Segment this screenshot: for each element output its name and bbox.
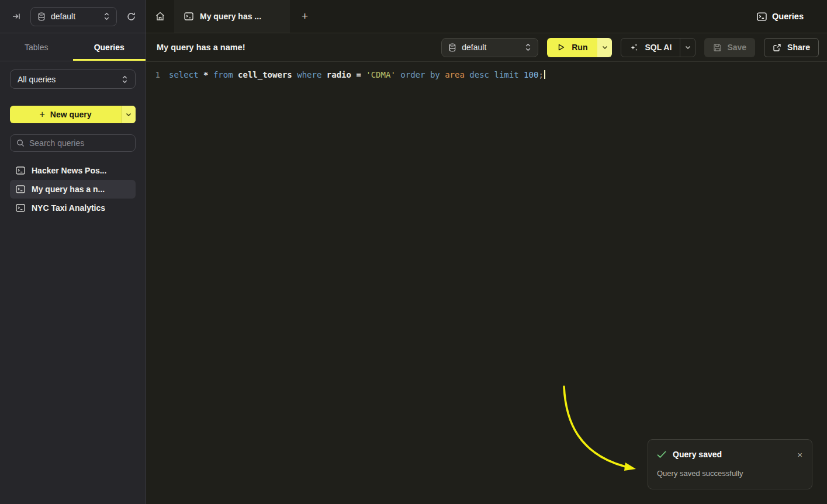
query-list-item[interactable]: NYC Taxi Analytics — [10, 199, 136, 217]
query-filter-value: All queries — [18, 75, 56, 84]
sidebar-tabs: Tables Queries — [0, 33, 146, 61]
search-queries-input[interactable] — [29, 138, 129, 148]
database-selector[interactable]: default — [30, 7, 117, 26]
chevron-updown-icon — [122, 75, 128, 84]
toast-message: Query saved successfully — [657, 469, 804, 478]
code-line: select * from cell_towers where radio = … — [160, 68, 545, 81]
save-button[interactable]: Save — [704, 38, 755, 57]
tab-bar: My query has ... + Queries — [146, 0, 827, 33]
header-actions: default — [441, 38, 819, 57]
tab-label: My query has ... — [200, 12, 261, 21]
sparkles-icon — [629, 43, 639, 52]
query-icon — [16, 185, 25, 193]
database-icon — [448, 43, 456, 52]
app-window: default — [0, 0, 827, 504]
share-button[interactable]: Share — [764, 38, 819, 57]
query-header: My query has a name! default — [146, 33, 827, 62]
database-icon — [37, 12, 46, 21]
new-query-dropdown-button[interactable] — [121, 106, 136, 123]
chevron-down-icon — [126, 113, 132, 117]
line-number: 1 — [146, 68, 160, 81]
run-label: Run — [572, 43, 587, 52]
main-panel: My query has a name! default — [146, 33, 827, 504]
new-query-label: New query — [50, 110, 92, 119]
home-icon — [155, 11, 165, 22]
toast-title: Query saved — [673, 450, 790, 459]
query-title: My query has a name! — [157, 43, 245, 52]
database-selector-value: default — [51, 12, 98, 21]
query-icon — [16, 166, 25, 175]
run-dropdown-button[interactable] — [597, 38, 612, 57]
chevron-updown-icon — [525, 43, 531, 51]
code-tokens: select * from cell_towers where radio = … — [169, 70, 544, 79]
new-query-split-button: + New query — [10, 106, 136, 123]
query-list-item[interactable]: Hacker News Pos... — [10, 161, 136, 180]
sql-ai-dropdown-button[interactable] — [680, 39, 695, 57]
text-cursor — [544, 70, 545, 79]
run-button[interactable]: Run — [547, 38, 597, 57]
sidebar: Tables Queries All queries + New query — [0, 33, 146, 504]
query-filter-select[interactable]: All queries — [10, 69, 136, 89]
query-icon — [16, 204, 25, 212]
sql-ai-label: SQL AI — [645, 43, 672, 52]
new-query-button[interactable]: + New query — [10, 106, 121, 123]
sidebar-tab-queries[interactable]: Queries — [73, 33, 146, 61]
close-icon: × — [797, 450, 802, 460]
new-tab-button[interactable]: + — [290, 0, 320, 33]
play-icon — [557, 43, 565, 51]
queries-indicator[interactable]: Queries — [757, 0, 827, 33]
search-queries-box — [10, 134, 136, 152]
query-item-label: NYC Taxi Analytics — [32, 203, 105, 213]
plus-icon: + — [39, 109, 44, 120]
sql-ai-split-button: SQL AI — [621, 38, 695, 57]
sql-ai-button[interactable]: SQL AI — [621, 39, 680, 57]
run-split-button: Run — [547, 38, 612, 57]
database-selector-main[interactable]: default — [441, 38, 538, 57]
collapse-sidebar-button[interactable] — [9, 9, 23, 23]
query-list-item-selected[interactable]: My query has a n... — [10, 180, 136, 199]
toast-header: Query saved × — [657, 450, 804, 459]
top-bar-left: default — [0, 0, 146, 33]
top-bar: default — [0, 0, 827, 33]
query-item-label: My query has a n... — [32, 185, 105, 194]
refresh-button[interactable] — [124, 9, 139, 24]
sidebar-content: All queries + New query — [0, 61, 146, 225]
home-button[interactable] — [146, 0, 174, 33]
save-icon — [713, 43, 722, 52]
toast-close-button[interactable]: × — [796, 450, 804, 459]
sidebar-tab-tables[interactable]: Tables — [0, 33, 73, 61]
query-item-label: Hacker News Pos... — [32, 166, 106, 175]
chevron-down-icon — [602, 46, 608, 50]
query-tab-icon — [184, 12, 193, 20]
collapse-sidebar-icon — [12, 12, 21, 21]
database-selector-main-value: default — [462, 43, 520, 52]
chevron-down-icon — [685, 46, 691, 50]
refresh-icon — [126, 12, 136, 22]
queries-icon — [757, 12, 767, 21]
sql-editor[interactable]: 1 select * from cell_towers where radio … — [146, 62, 827, 504]
search-icon — [16, 139, 25, 147]
toast-query-saved: Query saved × Query saved successfully — [648, 439, 812, 489]
query-list: Hacker News Pos... My query has a n... — [10, 161, 136, 217]
share-icon — [773, 43, 781, 52]
tab-my-query[interactable]: My query has ... — [174, 0, 290, 33]
share-label: Share — [787, 43, 810, 52]
code-row: 1 select * from cell_towers where radio … — [146, 68, 827, 81]
check-icon — [657, 451, 666, 458]
save-label: Save — [727, 43, 746, 52]
chevron-updown-icon — [103, 12, 110, 20]
queries-indicator-label: Queries — [772, 12, 804, 21]
plus-icon: + — [302, 10, 308, 23]
